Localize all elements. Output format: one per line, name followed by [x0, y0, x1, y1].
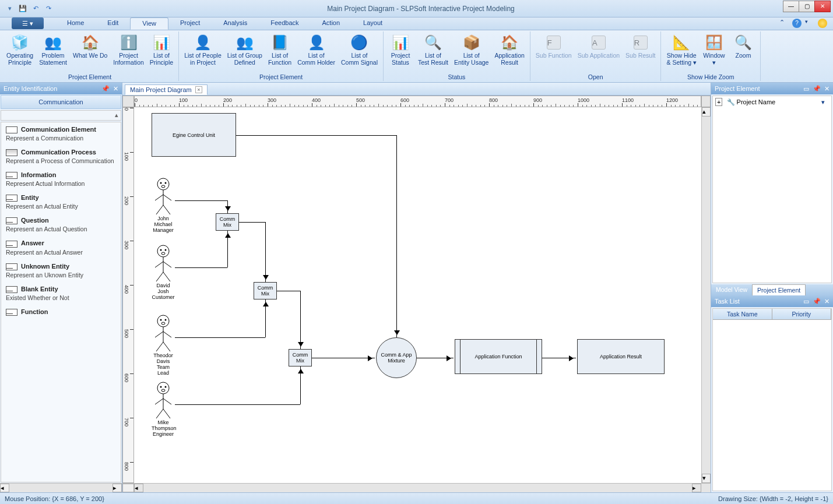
pin-icon[interactable]: 📌 — [101, 85, 110, 93]
ribbon-list-of-group-defined[interactable]: 👥List of Group Defined — [224, 31, 265, 73]
col-task-name[interactable]: Task Name — [713, 309, 772, 319]
maximize-button[interactable]: ▢ — [799, 1, 815, 12]
save-icon[interactable]: 💾 — [17, 3, 28, 14]
node-app-function[interactable]: Application Function — [455, 339, 542, 374]
tool-function[interactable]: —Function — [1, 305, 121, 319]
pin-icon[interactable]: 📌 — [813, 298, 821, 305]
task-list-header[interactable]: Task List ▭ 📌 ✕ — [711, 295, 833, 307]
ruler-vertical: 0100200300400500600700800 — [122, 107, 134, 483]
document-tab-close-icon[interactable]: × — [195, 86, 202, 93]
info-icon: ℹ️ — [119, 33, 138, 52]
tab-action[interactable]: Action — [311, 17, 352, 30]
project-tree[interactable]: + 🔧 Project Name — [712, 96, 832, 283]
connector — [175, 200, 227, 201]
tool-blank-entity[interactable]: —Blank EntityExisted Whether or Not — [1, 282, 121, 305]
entity-identification-header[interactable]: Entity Identification 📌 ✕ — [0, 83, 122, 94]
scroll-right-icon[interactable]: ▸ — [692, 484, 701, 492]
app-menu-button[interactable]: ☰ ▾ — [12, 17, 44, 29]
ribbon-label: List of People in Project — [184, 52, 222, 66]
window-pos-icon[interactable]: ▭ — [803, 298, 809, 305]
house-icon: 🏠 — [81, 33, 100, 52]
node-commmix-3[interactable]: Comm Mix — [289, 349, 312, 366]
scroll-left-icon[interactable]: ◂ — [0, 484, 9, 492]
tool-answer[interactable]: —AnswerRepresent an Actual Answer — [1, 236, 121, 259]
tab-model-view[interactable]: Model View — [711, 284, 752, 295]
actor-2[interactable]: David JoshCustomer — [152, 244, 175, 301]
tool-entity[interactable]: —EntityRepresent an Actual Entity — [1, 191, 121, 213]
person-icon — [152, 314, 175, 352]
tab-home[interactable]: Home — [55, 17, 96, 30]
ribbon-project-status[interactable]: 📊Project Status — [386, 31, 415, 73]
ribbon-list-of-principle[interactable]: 📊List of Principle — [147, 31, 176, 73]
ribbon-operating-principle[interactable]: 🧊Operating Principle — [3, 31, 36, 73]
tool-unknown-entity[interactable]: —Unknown EntityRepresent an Uknown Entit… — [1, 259, 121, 282]
node-mixture[interactable]: Comm & App Mixture — [376, 337, 417, 378]
ribbon-list-of-comm-holder[interactable]: 👤List of Comm Holder — [294, 31, 338, 73]
node-commmix-2[interactable]: Comm Mix — [254, 282, 277, 299]
tab-view[interactable]: View — [130, 17, 168, 30]
node-app-result[interactable]: Application Result — [577, 339, 665, 374]
tab-edit[interactable]: Edit — [96, 17, 130, 30]
help-icon[interactable]: ? — [792, 19, 802, 28]
tab-project-element[interactable]: Project Element — [752, 284, 806, 295]
panel-close-icon[interactable]: ✕ — [113, 85, 118, 93]
canvas-vscroll[interactable]: ▴ ▾ — [701, 107, 711, 483]
ribbon-problem-statement[interactable]: 👥Problem Statement — [36, 31, 70, 73]
close-button[interactable]: ✕ — [814, 1, 831, 12]
task-grid[interactable]: Task Name Priority — [712, 308, 832, 491]
hscroll-spacer — [122, 484, 134, 492]
scroll-up-icon[interactable]: ▴ — [702, 107, 711, 117]
ribbon-window-[interactable]: 🪟Window ▾ — [700, 31, 729, 73]
redo-icon[interactable]: ↷ — [43, 3, 54, 14]
tool-information[interactable]: —InformationRepresent Actual Information — [1, 168, 121, 191]
toolbox-scroll-up[interactable]: ▴ — [1, 110, 121, 121]
ribbon-list-of-entity-usage[interactable]: 📦List of Entity Usage — [451, 31, 492, 73]
tab-feedback[interactable]: Feedback — [259, 17, 310, 30]
document-tab[interactable]: Main Project Diagram × — [125, 84, 208, 95]
tool-communication-element[interactable]: Communication ElementRepresent a Communi… — [1, 122, 121, 145]
canvas-hscroll[interactable]: ◂ ▸ — [122, 483, 711, 492]
chevron-up-icon[interactable]: ⌃ — [779, 19, 789, 28]
tab-layout[interactable]: Layout — [352, 17, 394, 30]
node-commmix-1[interactable]: Comm Mix — [216, 213, 239, 231]
project-element-header[interactable]: Project Element ▭ 📌 ✕ — [711, 83, 833, 94]
window-pos-icon[interactable]: ▭ — [803, 85, 809, 93]
diagram-canvas[interactable]: Egine Control Unit John MichaelManager D… — [134, 107, 701, 483]
actor-1[interactable]: John MichaelManager — [152, 177, 175, 234]
ribbon-zoom[interactable]: 🔍Zoom — [729, 31, 758, 73]
panel-close-icon[interactable]: ✕ — [824, 298, 830, 305]
tool-communication-process[interactable]: Communication ProcessRepresent a Process… — [1, 145, 121, 168]
pin-icon[interactable]: 📌 — [813, 85, 821, 93]
qat-dropdown-icon[interactable]: ▾ — [5, 3, 15, 14]
ribbon-list-of-function[interactable]: 📘List of Function — [265, 31, 294, 73]
ribbon-what-we-do[interactable]: 🏠What We Do — [70, 31, 110, 73]
toolbox: Communication ElementRepresent a Communi… — [1, 122, 121, 482]
scroll-down-icon[interactable]: ▾ — [702, 474, 711, 483]
scroll-right-icon[interactable]: ▸ — [113, 484, 122, 492]
center-area: Main Project Diagram × 01002003004005006… — [122, 83, 711, 492]
expand-icon[interactable]: + — [715, 98, 722, 106]
scroll-left-icon[interactable]: ◂ — [134, 484, 143, 492]
tab-analysis[interactable]: Analysis — [212, 17, 259, 30]
actor-3[interactable]: Theodor DavisTeam Lead — [152, 314, 175, 376]
help-drop-icon[interactable]: ▾ — [805, 19, 814, 28]
tool-question[interactable]: —QuestionRepresent an Actual Question — [1, 213, 121, 236]
svg-point-18 — [157, 315, 169, 327]
ribbon-list-of-comm-signal[interactable]: 🔵List of Comm Signal — [338, 31, 381, 73]
node-ecu[interactable]: Egine Control Unit — [152, 113, 236, 157]
panel-close-icon[interactable]: ✕ — [824, 85, 830, 93]
accordion-communication[interactable]: Communication ▾ — [1, 95, 121, 109]
ribbon-project-information[interactable]: ℹ️Project Information — [110, 31, 147, 73]
tab-project[interactable]: Project — [168, 17, 212, 30]
ribbon-list-of-test-result[interactable]: 🔍List of Test Result — [415, 31, 451, 73]
sig-grid-icon: 🔵 — [350, 33, 368, 52]
svg-line-25 — [156, 342, 163, 351]
ribbon-list-of-people-in-project[interactable]: 👤List of People in Project — [181, 31, 224, 73]
minimize-button[interactable]: — — [783, 1, 799, 12]
left-hscroll[interactable]: ◂ ▸ — [0, 483, 122, 492]
ribbon-show-hide--setting-[interactable]: 📐Show Hide & Setting ▾ — [663, 31, 700, 73]
actor-4[interactable]: Mike ThompsonEngineer — [152, 381, 175, 438]
undo-icon[interactable]: ↶ — [30, 3, 41, 14]
col-priority[interactable]: Priority — [772, 309, 832, 319]
ribbon-application-result[interactable]: 🏠Application Result — [491, 31, 527, 73]
